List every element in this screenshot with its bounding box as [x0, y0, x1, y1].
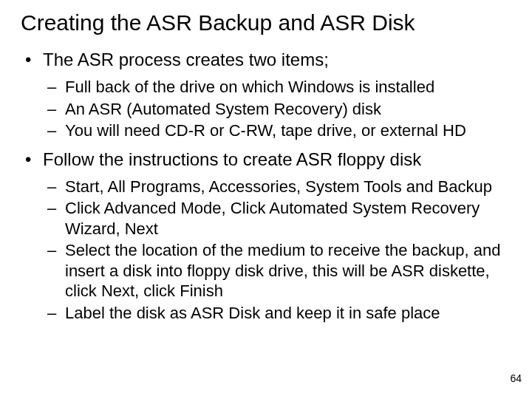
bullet-item: The ASR process creates two items; Full … [21, 49, 511, 141]
slide-title: Creating the ASR Backup and ASR Disk [21, 10, 511, 35]
subbullet-list: Full back of the drive on which Windows … [43, 77, 511, 141]
bullet-item: Follow the instructions to create ASR fl… [21, 149, 511, 324]
bullet-text: Follow the instructions to create ASR fl… [43, 149, 421, 169]
subbullet-item: You will need CD-R or C-RW, tape drive, … [43, 120, 511, 141]
page-number: 64 [510, 372, 522, 384]
bullet-text: The ASR process creates two items; [43, 50, 329, 69]
subbullet-item: Full back of the drive on which Windows … [43, 77, 511, 98]
subbullet-item: Select the location of the medium to rec… [43, 240, 511, 301]
subbullet-list: Start, All Programs, Accessories, System… [43, 177, 511, 324]
bullet-list: The ASR process creates two items; Full … [21, 49, 511, 323]
subbullet-item: An ASR (Automated System Recovery) disk [43, 99, 511, 120]
subbullet-item: Click Advanced Mode, Click Automated Sys… [43, 198, 511, 239]
subbullet-item: Start, All Programs, Accessories, System… [43, 177, 511, 197]
subbullet-item: Label the disk as ASR Disk and keep it i… [43, 303, 511, 324]
slide: Creating the ASR Backup and ASR Disk The… [0, 0, 532, 399]
